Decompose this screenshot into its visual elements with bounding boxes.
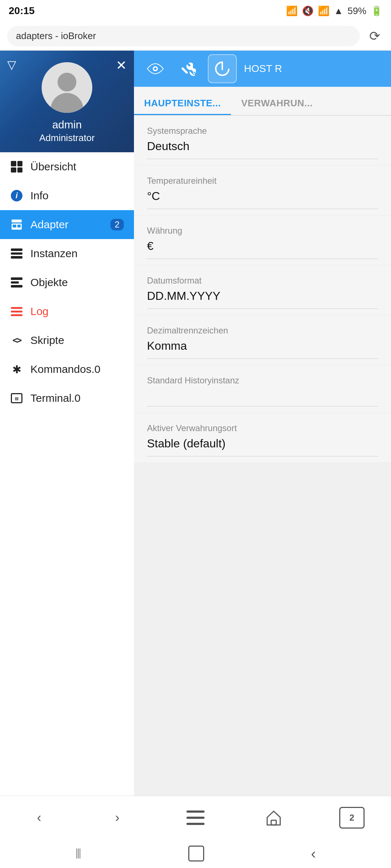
- svg-rect-0: [12, 220, 22, 222]
- label-datumsformat: Datumsformat: [147, 276, 378, 286]
- sidebar-item-log[interactable]: Log: [0, 297, 134, 326]
- value-standard-historyinstanz[interactable]: [147, 389, 378, 407]
- signal-icon: ▲: [334, 5, 343, 17]
- value-dezimaltrennzeichen[interactable]: Komma: [147, 339, 378, 359]
- url-bar[interactable]: adapters - ioBroker: [7, 26, 360, 46]
- bluetooth-icon: 📶: [286, 5, 298, 17]
- objects-icon: [10, 276, 23, 289]
- value-datumsformat[interactable]: DD.MM.YYYY: [147, 289, 378, 309]
- svg-rect-11: [186, 823, 205, 825]
- sidebar: ▽ ✕ admin Administrator: [0, 51, 134, 796]
- value-waehrung[interactable]: €: [147, 239, 378, 259]
- sidebar-header: ▽ ✕ admin Administrator: [0, 51, 134, 152]
- eye-icon[interactable]: [143, 56, 168, 81]
- settings-content: Systemsprache Deutsch Temperatureinheit …: [134, 116, 391, 796]
- gesture-square-icon: [188, 846, 204, 861]
- host-label: HOST R: [244, 63, 282, 75]
- sidebar-item-label-kommandos: Kommandos.0: [30, 363, 124, 375]
- main-layout: ▽ ✕ admin Administrator: [0, 51, 391, 796]
- svg-rect-9: [186, 810, 205, 813]
- log-icon: [10, 305, 23, 318]
- status-icons: 📶 🔇 📶 ▲ 59% 🔋: [286, 5, 382, 17]
- nav-triangle-icon[interactable]: ▽: [7, 58, 16, 72]
- value-systemsprache[interactable]: Deutsch: [147, 140, 378, 159]
- svg-rect-10: [186, 817, 205, 819]
- sidebar-item-label-info: Info: [30, 190, 124, 202]
- label-standard-historyinstanz: Standard Historyinstanz: [147, 375, 378, 386]
- label-dezimaltrennzeichen: Dezimaltrennzeichen: [147, 326, 378, 336]
- avatar-person-shape: [42, 62, 92, 113]
- tab-count: 2: [339, 807, 365, 829]
- setting-systemsprache: Systemsprache Deutsch: [134, 116, 391, 165]
- close-icon[interactable]: ✕: [116, 58, 127, 73]
- grid-icon: [10, 160, 23, 173]
- sidebar-item-label-log: Log: [30, 305, 124, 318]
- svg-rect-3: [17, 225, 21, 227]
- gesture-bar: ⦀ ‹: [0, 839, 391, 868]
- battery-icon: 🔋: [371, 5, 382, 17]
- info-icon: i: [10, 189, 23, 202]
- setting-dezimaltrennzeichen: Dezimaltrennzeichen Komma: [134, 315, 391, 365]
- scripts-icon: <>: [10, 334, 23, 347]
- terminal-icon: ▤: [10, 392, 23, 405]
- sidebar-item-label-instanzen: Instanzen: [30, 247, 124, 260]
- sidebar-item-instanzen[interactable]: Instanzen: [0, 239, 134, 268]
- sidebar-item-label-uebersicht: Übersicht: [30, 161, 124, 173]
- avatar-body: [51, 93, 83, 113]
- sidebar-item-label-adapter: Adapter: [30, 218, 103, 231]
- avatar: [42, 62, 92, 113]
- wifi-icon: 📶: [318, 5, 329, 17]
- top-toolbar: HOST R: [134, 51, 391, 87]
- value-aktiver-verwahrungsort[interactable]: Stable (default): [147, 437, 378, 456]
- sidebar-item-adapter[interactable]: Adapter 2: [0, 210, 134, 239]
- status-time: 20:15: [9, 5, 35, 17]
- content-area: HOST R HAUPTEINSTE... VERWAHRUN... Syste…: [134, 51, 391, 796]
- gesture-lines-icon: ⦀: [75, 845, 81, 862]
- back-button[interactable]: ‹: [21, 803, 57, 832]
- svg-rect-2: [13, 225, 16, 227]
- adapter-badge: 2: [110, 219, 124, 230]
- reload-button[interactable]: ⟳: [366, 29, 384, 44]
- sidebar-item-terminal[interactable]: ▤ Terminal.0: [0, 384, 134, 413]
- sidebar-item-info[interactable]: i Info: [0, 181, 134, 210]
- power-button[interactable]: [208, 54, 237, 83]
- setting-aktiver-verwahrungsort: Aktiver Verwahrungsort Stable (default): [134, 413, 391, 462]
- value-temperatureinheit[interactable]: °C: [147, 190, 378, 209]
- tab-haupteinste[interactable]: HAUPTEINSTE...: [134, 92, 231, 115]
- sidebar-item-label-objekte: Objekte: [30, 276, 124, 289]
- browser-bar: adapters - ioBroker ⟳: [0, 22, 391, 51]
- forward-button[interactable]: ›: [99, 803, 135, 832]
- sidebar-item-skripte[interactable]: <> Skripte: [0, 326, 134, 355]
- sidebar-role: Administrator: [39, 132, 94, 144]
- setting-waehrung: Währung €: [134, 216, 391, 265]
- tabs-button[interactable]: 2: [334, 803, 370, 832]
- label-systemsprache: Systemsprache: [147, 126, 378, 136]
- store-icon: [10, 218, 23, 231]
- snowflake-icon: ✱: [10, 363, 23, 376]
- url-text: adapters - ioBroker: [16, 30, 96, 42]
- sidebar-item-objekte[interactable]: Objekte: [0, 268, 134, 297]
- svg-rect-12: [271, 820, 276, 825]
- menu-button[interactable]: [177, 803, 214, 832]
- setting-standard-historyinstanz: Standard Historyinstanz: [134, 365, 391, 412]
- tabs-bar: HAUPTEINSTE... VERWAHRUN...: [134, 87, 391, 116]
- tab-verwahrun[interactable]: VERWAHRUN...: [231, 92, 323, 115]
- sidebar-item-label-terminal: Terminal.0: [30, 392, 124, 404]
- status-bar: 20:15 📶 🔇 📶 ▲ 59% 🔋: [0, 0, 391, 22]
- setting-datumsformat: Datumsformat DD.MM.YYYY: [134, 265, 391, 315]
- bottom-nav: ‹ › 2: [0, 796, 391, 839]
- svg-point-5: [154, 68, 157, 70]
- wrench-icon[interactable]: [175, 56, 201, 81]
- home-button[interactable]: [256, 803, 292, 832]
- mute-icon: 🔇: [302, 5, 314, 17]
- gesture-back-icon: ‹: [311, 846, 316, 862]
- label-aktiver-verwahrungsort: Aktiver Verwahrungsort: [147, 423, 378, 433]
- battery-label: 59%: [348, 5, 366, 17]
- sidebar-item-kommandos[interactable]: ✱ Kommandos.0: [0, 355, 134, 384]
- label-temperatureinheit: Temperatureinheit: [147, 176, 378, 186]
- avatar-head: [58, 73, 76, 92]
- instances-icon: [10, 247, 23, 260]
- setting-temperatureinheit: Temperatureinheit °C: [134, 166, 391, 215]
- sidebar-item-uebersicht[interactable]: Übersicht: [0, 152, 134, 181]
- sidebar-username: admin: [52, 119, 82, 131]
